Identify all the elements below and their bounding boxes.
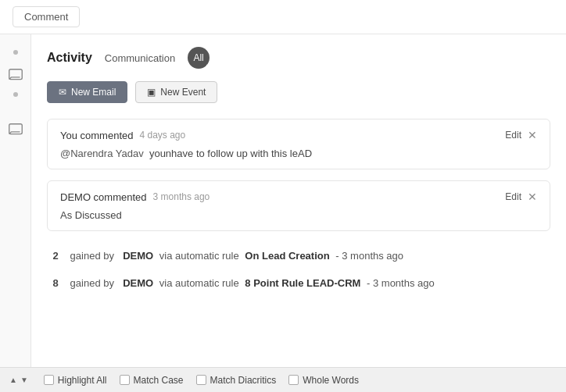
number-badge-1: 8 — [47, 277, 64, 289]
event-icon: ▣ — [147, 87, 156, 98]
sidebar-dot-2 — [13, 92, 18, 97]
row-bold2-0: On Lead Creation — [245, 250, 329, 262]
left-sidebar — [0, 34, 31, 370]
comment-card-0: You commented 4 days ago Edit ✕ @Narendr… — [47, 119, 550, 169]
comment-header-0: You commented 4 days ago Edit ✕ — [60, 129, 537, 141]
activity-header: Activity Communication All ↖ — [47, 47, 550, 69]
row-suffix-1: - 3 months ago — [364, 277, 434, 289]
comment-who-0: You commented — [60, 130, 133, 141]
comment-time-0: 4 days ago — [139, 130, 185, 141]
match-diacritics-label: Match Diacritics — [210, 375, 277, 386]
number-badge-0: 2 — [47, 250, 64, 262]
match-case-checkbox[interactable] — [120, 375, 130, 385]
comment-time-1: 3 months ago — [153, 191, 210, 202]
row-bold1-1: DEMO — [123, 277, 153, 289]
activity-row-1: 8 gained by DEMO via automatic rule 8 Po… — [47, 269, 550, 297]
sidebar-dot-1 — [13, 50, 18, 55]
nav-down-arrow[interactable]: ▼ — [20, 376, 28, 384]
whole-words-item[interactable]: Whole Words — [288, 375, 359, 386]
email-icon: ✉ — [59, 87, 66, 98]
highlight-all-item[interactable]: Highlight All — [44, 375, 107, 386]
chat-icon-1 — [7, 67, 24, 84]
communication-tab[interactable]: Communication — [105, 52, 175, 64]
match-diacritics-item[interactable]: Match Diacritics — [196, 375, 277, 386]
new-email-button[interactable]: ✉ New Email — [47, 81, 127, 103]
whole-words-label: Whole Words — [303, 375, 359, 386]
comment-body-1: As Discussed — [60, 209, 537, 221]
cursor-icon: ↖ — [205, 61, 214, 73]
row-text-0: gained by — [67, 250, 120, 262]
match-case-label: Match Case — [134, 375, 184, 386]
new-event-label: New Event — [160, 87, 206, 98]
row-bold1-0: DEMO — [123, 250, 153, 262]
edit-link-1[interactable]: Edit — [505, 191, 521, 202]
match-diacritics-checkbox[interactable] — [196, 375, 206, 385]
comment-tab[interactable]: Comment — [13, 6, 80, 27]
comment-text-0: younhave to follow up with this leAD — [149, 148, 312, 159]
match-case-item[interactable]: Match Case — [120, 375, 184, 386]
new-event-button[interactable]: ▣ New Event — [135, 81, 217, 103]
edit-link-0[interactable]: Edit — [505, 130, 521, 141]
comment-text-1: As Discussed — [60, 209, 122, 221]
comment-header-1: DEMO commented 3 months ago Edit ✕ — [60, 191, 537, 203]
comment-body-0: @Narendra Yadav younhave to follow up wi… — [60, 148, 537, 159]
row-mid1-0: via automatic rule — [156, 250, 242, 262]
comment-actions-1: Edit ✕ — [505, 191, 537, 203]
comment-actions-0: Edit ✕ — [505, 129, 537, 141]
comment-meta-0: You commented 4 days ago — [60, 130, 185, 141]
top-bar: Comment — [0, 0, 566, 34]
row-suffix-0: - 3 months ago — [333, 250, 403, 262]
all-label: All — [193, 52, 203, 63]
bottom-toolbar: ▲ ▼ Highlight All Match Case Match Diacr… — [0, 367, 566, 392]
activity-row-0: 2 gained by DEMO via automatic rule On L… — [47, 242, 550, 269]
nav-arrows: ▲ ▼ — [9, 376, 28, 384]
row-text-1: gained by — [67, 277, 120, 289]
whole-words-checkbox[interactable] — [288, 375, 299, 385]
comment-who-1: DEMO commented — [60, 191, 147, 203]
nav-up-arrow[interactable]: ▲ — [9, 376, 17, 384]
all-badge[interactable]: All ↖ — [188, 47, 210, 69]
new-email-label: New Email — [71, 87, 116, 98]
action-buttons: ✉ New Email ▣ New Event — [47, 81, 550, 103]
mention-0: @Narendra Yadav — [60, 148, 144, 159]
highlight-all-checkbox[interactable] — [44, 375, 54, 385]
content-area: Activity Communication All ↖ ✉ New Email… — [31, 34, 566, 370]
close-btn-1[interactable]: ✕ — [528, 191, 537, 203]
row-bold2-1: 8 Point Rule LEAD-CRM — [245, 277, 360, 289]
chat-icon-2 — [7, 122, 24, 139]
close-btn-0[interactable]: ✕ — [528, 129, 537, 141]
comment-card-1: DEMO commented 3 months ago Edit ✕ As Di… — [47, 180, 550, 231]
main-content: Activity Communication All ↖ ✉ New Email… — [0, 34, 566, 370]
highlight-all-label: Highlight All — [58, 375, 107, 386]
row-mid1-1: via automatic rule — [156, 277, 242, 289]
activity-title: Activity — [47, 51, 92, 65]
comment-meta-1: DEMO commented 3 months ago — [60, 191, 210, 203]
